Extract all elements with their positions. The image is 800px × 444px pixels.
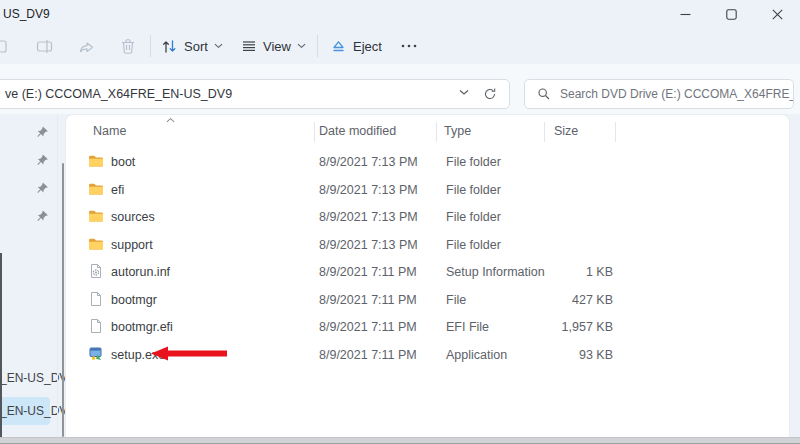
file-date-modified: 8/9/2021 7:11 PM <box>319 293 417 307</box>
file-date-modified: 8/9/2021 7:13 PM <box>319 155 418 169</box>
file-type: EFI File <box>446 320 489 334</box>
file-type: File folder <box>446 238 501 252</box>
sort-button[interactable]: Sort <box>161 28 223 64</box>
file-type: File folder <box>446 155 501 169</box>
chevron-down-icon <box>297 43 306 49</box>
folder-icon <box>88 181 104 197</box>
address-row: ve (E:) CCCOMA_X64FRE_EN-US_DV9 Search D… <box>0 64 800 114</box>
table-row[interactable]: boot8/9/2021 7:13 PMFile folder <box>66 148 789 176</box>
file-date-modified: 8/9/2021 7:11 PM <box>319 348 417 362</box>
address-path: ve (E:) CCCOMA_X64FRE_EN-US_DV9 <box>5 87 232 101</box>
file-list-pane: Name Date modified Type Size boot8/9/202… <box>65 114 790 437</box>
folder-icon <box>88 153 104 169</box>
file-date-modified: 8/9/2021 7:11 PM <box>319 265 417 279</box>
sort-label: Sort <box>184 39 208 54</box>
file-type: File folder <box>446 210 501 224</box>
application-icon <box>88 346 104 362</box>
file-date-modified: 8/9/2021 7:13 PM <box>319 210 418 224</box>
file-size: 1 KB <box>544 265 613 279</box>
refresh-button[interactable] <box>483 87 497 101</box>
sidebar-scrollbar[interactable] <box>62 163 64 437</box>
sort-icon <box>161 38 178 55</box>
column-divider[interactable] <box>314 122 315 142</box>
file-size: 427 KB <box>544 293 613 307</box>
file-type: Setup Information <box>446 265 545 279</box>
pin-icon <box>36 210 50 224</box>
navigation-pane: _EN-US_DV_EN-US_DV <box>0 114 64 437</box>
sidebar-item-dvd-drive[interactable]: _EN-US_DV <box>0 397 50 425</box>
sort-ascending-icon <box>166 117 175 123</box>
chevron-down-icon <box>459 89 469 96</box>
pane-divider[interactable] <box>57 114 58 437</box>
file-icon <box>88 318 104 334</box>
file-name: bootmgr.efi <box>111 320 173 334</box>
search-placeholder: Search DVD Drive (E:) CCCOMA_X64FRE_EN-U… <box>560 87 794 101</box>
table-row[interactable]: support8/9/2021 7:13 PMFile folder <box>66 231 789 259</box>
column-header-size[interactable]: Size <box>554 124 578 138</box>
address-bar[interactable]: ve (E:) CCCOMA_X64FRE_EN-US_DV9 <box>0 79 510 109</box>
column-header-name[interactable]: Name <box>93 124 126 138</box>
eject-icon <box>330 38 347 55</box>
maximize-button[interactable] <box>708 0 754 29</box>
file-size: 1,957 KB <box>544 320 613 334</box>
table-row[interactable]: bootmgr.efi8/9/2021 7:11 PMEFI File1,957… <box>66 313 789 341</box>
delete-button[interactable] <box>120 28 136 64</box>
file-date-modified: 8/9/2021 7:11 PM <box>319 320 417 334</box>
table-row[interactable]: autorun.inf8/9/2021 7:11 PMSetup Informa… <box>66 258 789 286</box>
file-name: efi <box>111 183 124 197</box>
eject-button[interactable]: Eject <box>330 28 382 64</box>
column-header-type[interactable]: Type <box>444 124 471 138</box>
file-date-modified: 8/9/2021 7:13 PM <box>319 238 418 252</box>
pin-icon <box>36 126 50 140</box>
table-row[interactable]: efi8/9/2021 7:13 PMFile folder <box>66 176 789 204</box>
file-icon <box>88 291 104 307</box>
file-size: 93 KB <box>544 348 613 362</box>
column-header-date-modified[interactable]: Date modified <box>319 124 396 138</box>
annotation-arrow <box>151 346 227 361</box>
see-more-button[interactable] <box>400 28 418 64</box>
pin-icon <box>36 182 50 196</box>
file-name: autorun.inf <box>111 265 170 279</box>
minimize-button[interactable] <box>662 0 708 29</box>
search-icon <box>537 87 551 101</box>
toolbar-divider <box>150 35 151 57</box>
see-more-icon <box>400 38 418 54</box>
screen-edge-line <box>0 253 2 437</box>
view-button[interactable]: View <box>241 28 306 64</box>
view-label: View <box>263 39 291 54</box>
share-button[interactable] <box>78 28 95 64</box>
file-type: Application <box>446 348 507 362</box>
file-name: bootmgr <box>111 293 157 307</box>
file-name: support <box>111 238 153 252</box>
search-input[interactable]: Search DVD Drive (E:) CCCOMA_X64FRE_EN-U… <box>524 79 794 109</box>
file-date-modified: 8/9/2021 7:13 PM <box>319 183 418 197</box>
setup-information-icon <box>88 263 104 279</box>
chevron-down-icon <box>214 43 223 49</box>
close-icon <box>772 9 783 20</box>
minimize-icon <box>680 9 691 20</box>
pin-icon <box>36 154 50 168</box>
sidebar-item-dvd-drive[interactable]: _EN-US_DV <box>0 364 50 392</box>
eject-label: Eject <box>353 39 382 54</box>
delete-icon <box>120 38 136 54</box>
refresh-icon <box>483 87 497 101</box>
maximize-icon <box>726 9 737 20</box>
column-divider[interactable] <box>615 122 616 142</box>
file-name: sources <box>111 210 155 224</box>
file-type: File folder <box>446 183 501 197</box>
red-arrow-icon <box>151 346 227 361</box>
clipboard-partial-icon[interactable] <box>0 28 9 64</box>
window-controls <box>662 0 800 29</box>
close-button[interactable] <box>754 0 800 29</box>
folder-icon <box>88 208 104 224</box>
window-title: US_DV9 <box>3 7 50 21</box>
rename-icon <box>36 38 53 55</box>
column-divider[interactable] <box>544 122 545 142</box>
table-row[interactable]: sources8/9/2021 7:13 PMFile folder <box>66 203 789 231</box>
command-bar: Sort View Eject <box>0 28 800 64</box>
column-divider[interactable] <box>436 122 437 142</box>
address-dropdown-button[interactable] <box>459 89 469 96</box>
rename-button[interactable] <box>36 28 53 64</box>
view-icon <box>241 38 257 54</box>
table-row[interactable]: bootmgr8/9/2021 7:11 PMFile427 KB <box>66 286 789 314</box>
